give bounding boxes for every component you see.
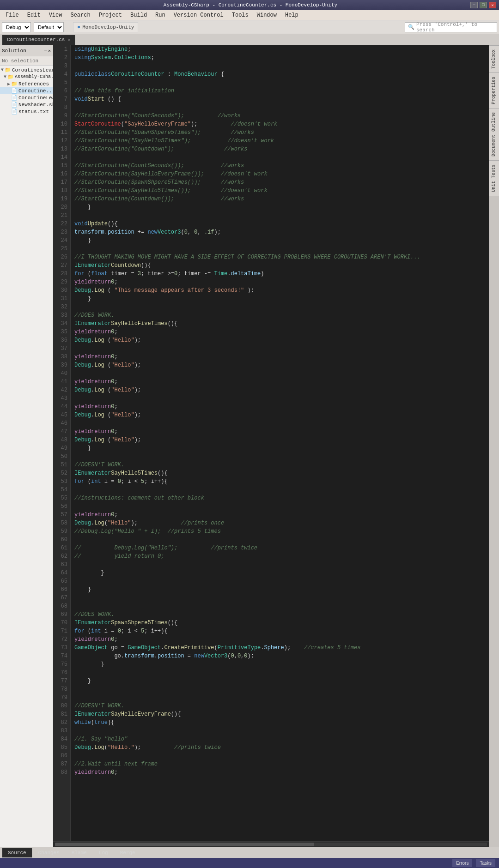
menu-item-run[interactable]: Run <box>152 11 169 19</box>
search-box[interactable]: 🔍 Press 'Control+,' to search <box>405 22 497 32</box>
code-line-69: //DOES WORK. <box>74 610 485 619</box>
titlebar-title: Assembly-CSharp - CoroutineCounter.cs - … <box>30 2 470 8</box>
menu-item-window[interactable]: Window <box>253 11 280 19</box>
solution-collapse-button[interactable]: ─ <box>44 48 47 54</box>
code-line-34: IEnumerator SayHelloFiveTimes(){ <box>74 319 485 328</box>
side-tab-properties[interactable]: Properties <box>489 72 499 108</box>
code-line-51: //DOESN'T WORK. <box>74 461 485 469</box>
line-number-77: 77 <box>56 677 67 685</box>
line-number-78: 78 <box>56 685 67 693</box>
bottom-tab-merge[interactable]: Merge <box>114 848 141 858</box>
menu-item-view[interactable]: View <box>45 11 66 19</box>
code-line-50 <box>74 452 485 461</box>
code-scroll[interactable]: 1234567891011121314151617181920212223242… <box>53 45 489 841</box>
menu-item-tools[interactable]: Tools <box>228 11 252 19</box>
code-line-23: transform.position += new Vector3(0, 0, … <box>74 228 485 236</box>
maximize-button[interactable]: □ <box>480 2 487 8</box>
titlebar-controls[interactable]: ─ □ ✕ <box>470 2 496 8</box>
right-panels: Toolbox Properties Document Outline Unit… <box>489 45 499 847</box>
tree-label: CoroutineLearn... <box>18 95 53 101</box>
tree-arrow-icon: ▼ <box>1 67 4 72</box>
line-number-46: 46 <box>56 419 67 428</box>
code-line-13: //StartCoroutine("Countdown"); //works <box>74 145 485 153</box>
bottom-tab-source[interactable]: Source <box>2 848 32 858</box>
code-line-46 <box>74 419 485 428</box>
code-line-39: Debug.Log ("Hello"); <box>74 361 485 369</box>
tree-label: CoroutinesLearning <box>12 67 53 73</box>
line-number-80: 80 <box>56 702 67 710</box>
menu-item-edit[interactable]: Edit <box>24 11 44 19</box>
close-button[interactable]: ✕ <box>489 2 496 8</box>
code-line-73: GameObject go = GameObject.CreatePrimiti… <box>74 644 485 652</box>
tree-item-assembly[interactable]: ▼ 📁 Assembly-CSha... <box>0 73 53 80</box>
platform-select[interactable]: Default <box>34 22 64 32</box>
code-line-25 <box>74 245 485 253</box>
line-number-60: 60 <box>56 536 67 544</box>
code-line-12: //StartCoroutine("SayHello5Times"); //do… <box>74 137 485 145</box>
code-line-55: //instructions: comment out other block <box>74 494 485 502</box>
menu-item-version control[interactable]: Version Control <box>170 11 227 19</box>
editor-tab-coroutinecounter[interactable]: CoroutineCounter.cs ✕ <box>2 35 75 45</box>
line-number-19: 19 <box>56 195 67 203</box>
tree-item-references[interactable]: ▶ 📁 References <box>0 80 53 87</box>
menu-item-file[interactable]: File <box>2 11 23 19</box>
errors-button[interactable]: Errors <box>452 859 472 867</box>
bottom-tab-changes[interactable]: Changes <box>32 848 66 858</box>
line-number-69: 69 <box>56 610 67 619</box>
line-number-50: 50 <box>56 452 67 461</box>
line-number-68: 68 <box>56 602 67 610</box>
code-line-71: for (int i = 0; i < 5; i++){ <box>74 627 485 635</box>
code-line-2: using System.Collections; <box>74 54 485 62</box>
line-number-8: 8 <box>56 103 67 112</box>
menu-item-build[interactable]: Build <box>127 11 151 19</box>
horizontal-scrollbar[interactable] <box>53 841 489 847</box>
line-number-70: 70 <box>56 619 67 627</box>
tree-item-coroutinecounter[interactable]: 📄 Coroutine... <box>0 87 53 94</box>
bottom-tab-log[interactable]: Log <box>93 848 114 858</box>
code-line-20: } <box>74 203 485 211</box>
code-line-14 <box>74 153 485 162</box>
code-line-38: yield return 0; <box>74 353 485 361</box>
menu-item-help[interactable]: Help <box>281 11 302 19</box>
line-number-85: 85 <box>56 743 67 752</box>
line-number-41: 41 <box>56 378 67 386</box>
menu-item-search[interactable]: Search <box>67 11 94 19</box>
line-number-84: 84 <box>56 735 67 743</box>
code-line-35: yield return 0; <box>74 328 485 336</box>
tree-item-status[interactable]: 📄 status.txt <box>0 108 53 115</box>
code-line-31: } <box>74 295 485 303</box>
side-tab-unit-tests[interactable]: Unit Tests <box>489 160 499 196</box>
code-line-30: Debug.Log ( "This message appears after … <box>74 286 485 295</box>
code-line-72: yield return 0; <box>74 635 485 644</box>
line-number-39: 39 <box>56 361 67 369</box>
menu-item-project[interactable]: Project <box>95 11 126 19</box>
code-line-7: void Start () { <box>74 95 485 103</box>
code-line-18: //StartCoroutine(SayHello5Times()); //do… <box>74 187 485 195</box>
code-line-3 <box>74 62 485 70</box>
line-number-59: 59 <box>56 527 67 536</box>
bottom-tab-blame[interactable]: Blame <box>66 848 93 858</box>
solution-close-button[interactable]: ✕ <box>48 48 51 54</box>
side-tab-toolbox[interactable]: Toolbox <box>489 45 499 72</box>
code-line-11: //StartCoroutine("SpawnShpere5Times"); /… <box>74 128 485 137</box>
line-number-10: 10 <box>56 120 67 128</box>
tree-arrow-icon: ▼ <box>4 74 6 79</box>
scroll-thumb[interactable] <box>55 843 314 846</box>
config-select[interactable]: Debug <box>2 22 31 32</box>
code-editor[interactable]: 1234567891011121314151617181920212223242… <box>53 45 489 847</box>
tree-item-coroutinelearn[interactable]: 📄 CoroutineLearn... <box>0 94 53 101</box>
side-tab-document-outline[interactable]: Document Outline <box>489 108 499 160</box>
tree-item-coroutineslearning[interactable]: ▼ 📁 CoroutinesLearning <box>0 66 53 73</box>
line-number-36: 36 <box>56 336 67 344</box>
code-line-29: yield return 0; <box>74 278 485 286</box>
minimize-button[interactable]: ─ <box>470 2 478 8</box>
tree-item-newshader[interactable]: 📄 NewShader.sh... <box>0 101 53 108</box>
line-number-35: 35 <box>56 328 67 336</box>
tasks-button[interactable]: Tasks <box>476 859 495 867</box>
line-number-56: 56 <box>56 502 67 511</box>
line-number-81: 81 <box>56 710 67 718</box>
tab-close-button[interactable]: ✕ <box>67 37 70 42</box>
line-number-74: 74 <box>56 652 67 660</box>
code-line-56 <box>74 502 485 511</box>
code-content[interactable]: using UnityEngine;using System.Collectio… <box>71 45 489 841</box>
